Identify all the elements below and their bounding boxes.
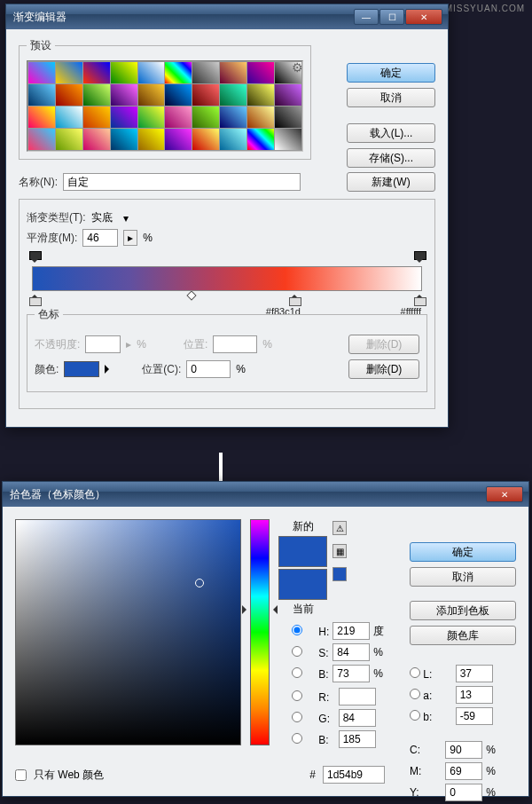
swatch[interactable] bbox=[83, 106, 110, 128]
opacity-stop-right[interactable] bbox=[414, 255, 425, 267]
swatch[interactable] bbox=[83, 129, 110, 150]
cancel-button[interactable]: 取消 bbox=[410, 567, 516, 587]
saturation-value-field[interactable] bbox=[15, 519, 241, 745]
swatch[interactable] bbox=[83, 84, 110, 106]
minimize-button[interactable]: — bbox=[354, 9, 379, 25]
color-stop-2[interactable] bbox=[289, 290, 300, 303]
swatch[interactable] bbox=[83, 62, 110, 83]
a-input[interactable] bbox=[456, 686, 493, 704]
l-input[interactable] bbox=[456, 665, 493, 682]
titlebar[interactable]: 渐变编辑器 — ☐ ✕ bbox=[6, 4, 448, 29]
b-input[interactable] bbox=[332, 665, 370, 682]
c-input[interactable] bbox=[445, 741, 482, 759]
swatch[interactable] bbox=[247, 62, 274, 83]
swatch[interactable] bbox=[275, 106, 301, 128]
ok-button[interactable]: 确定 bbox=[410, 542, 516, 562]
swatch[interactable] bbox=[192, 129, 219, 150]
smoothness-input[interactable] bbox=[82, 229, 118, 247]
bb-input[interactable] bbox=[339, 730, 376, 748]
swatch[interactable] bbox=[28, 62, 55, 83]
sv-cursor[interactable] bbox=[195, 579, 204, 587]
dropdown-icon[interactable]: ▾ bbox=[123, 212, 129, 225]
r-radio[interactable] bbox=[278, 690, 316, 701]
swatch[interactable] bbox=[275, 129, 301, 150]
swatch[interactable] bbox=[56, 62, 82, 83]
h-input[interactable] bbox=[332, 622, 370, 640]
swatch[interactable] bbox=[111, 129, 137, 150]
swatch[interactable] bbox=[165, 106, 192, 128]
y-input[interactable] bbox=[445, 784, 482, 801]
swatch[interactable] bbox=[138, 84, 165, 106]
bb-radio[interactable] bbox=[278, 733, 316, 744]
a-radio[interactable] bbox=[410, 689, 420, 699]
swatch[interactable] bbox=[56, 84, 82, 106]
l-radio[interactable] bbox=[410, 667, 420, 678]
preset-swatches[interactable] bbox=[27, 60, 303, 152]
s-radio[interactable] bbox=[278, 646, 316, 657]
swatch[interactable] bbox=[192, 106, 219, 128]
swatch[interactable] bbox=[247, 129, 274, 150]
swatch[interactable] bbox=[138, 62, 165, 83]
swatch[interactable] bbox=[275, 84, 301, 106]
close-button[interactable]: ✕ bbox=[405, 9, 442, 25]
gear-icon[interactable]: ⚙ bbox=[292, 60, 303, 75]
opacity-stop-left[interactable] bbox=[29, 255, 40, 267]
lb-radio[interactable] bbox=[410, 710, 420, 721]
swatch[interactable] bbox=[220, 129, 246, 150]
swatch[interactable] bbox=[220, 84, 246, 106]
maximize-button[interactable]: ☐ bbox=[379, 9, 404, 25]
swatch[interactable] bbox=[165, 129, 192, 150]
swatch[interactable] bbox=[138, 129, 165, 150]
save-button[interactable]: 存储(S)... bbox=[347, 148, 435, 168]
swatch[interactable] bbox=[247, 106, 274, 128]
stepper-icon[interactable]: ▸ bbox=[123, 230, 137, 246]
swatch[interactable] bbox=[111, 84, 137, 106]
web-only-checkbox[interactable] bbox=[15, 769, 27, 781]
g-input[interactable] bbox=[339, 709, 376, 727]
swatch[interactable] bbox=[165, 62, 192, 83]
new-button[interactable]: 新建(W) bbox=[347, 172, 435, 192]
ok-button[interactable]: 确定 bbox=[347, 63, 435, 83]
gradient-slider[interactable]: #f83c1d #ffffff bbox=[27, 250, 427, 307]
r-input[interactable] bbox=[339, 688, 376, 705]
swatch[interactable] bbox=[56, 129, 82, 150]
h-radio[interactable] bbox=[278, 625, 316, 635]
add-swatch-button[interactable]: 添加到色板 bbox=[410, 601, 516, 620]
lb-input[interactable] bbox=[456, 707, 493, 725]
swatch[interactable] bbox=[28, 106, 55, 128]
hex-input[interactable] bbox=[323, 766, 385, 784]
s-input[interactable] bbox=[332, 643, 370, 661]
b-radio[interactable] bbox=[278, 667, 316, 678]
m-input[interactable] bbox=[445, 762, 482, 780]
gradient-bar[interactable]: #f83c1d #ffffff bbox=[32, 266, 422, 291]
color-lib-button[interactable]: 颜色库 bbox=[410, 626, 516, 645]
swatch[interactable] bbox=[220, 62, 246, 83]
color-stop-3[interactable] bbox=[414, 290, 425, 303]
g-radio[interactable] bbox=[278, 712, 316, 722]
current-color-box[interactable] bbox=[278, 569, 327, 600]
swatch[interactable] bbox=[56, 106, 82, 128]
position-c-input[interactable] bbox=[186, 360, 231, 378]
load-button[interactable]: 载入(L)... bbox=[347, 123, 435, 143]
swatch[interactable] bbox=[138, 106, 165, 128]
swatch[interactable] bbox=[111, 106, 137, 128]
swatch[interactable] bbox=[28, 84, 55, 106]
color-menu-icon[interactable] bbox=[105, 365, 113, 374]
swatch[interactable] bbox=[247, 84, 274, 106]
swatch[interactable] bbox=[192, 62, 219, 83]
color-stop-1[interactable] bbox=[29, 290, 40, 303]
midpoint-handle[interactable] bbox=[187, 290, 197, 300]
swatch[interactable] bbox=[220, 106, 246, 128]
swatch[interactable] bbox=[111, 62, 137, 83]
delete-color-button[interactable]: 删除(D) bbox=[348, 359, 419, 379]
warning-icon[interactable]: ⚠ bbox=[332, 521, 347, 535]
swatch[interactable] bbox=[192, 84, 219, 106]
color-well[interactable] bbox=[64, 361, 99, 377]
name-input[interactable] bbox=[63, 173, 301, 191]
swatch[interactable] bbox=[165, 84, 192, 106]
cancel-button[interactable]: 取消 bbox=[347, 88, 435, 107]
close-button[interactable]: ✕ bbox=[486, 486, 523, 502]
websafe-swatch[interactable] bbox=[332, 567, 347, 581]
hue-slider[interactable] bbox=[250, 519, 270, 745]
cube-icon[interactable]: ▦ bbox=[332, 544, 347, 558]
